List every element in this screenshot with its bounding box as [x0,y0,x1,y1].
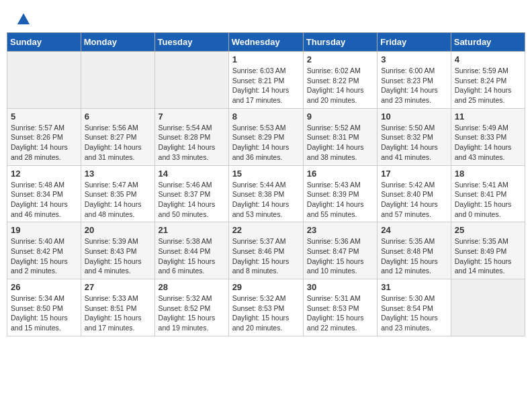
day-info: Sunrise: 5:43 AM Sunset: 8:39 PM Dayligh… [307,180,373,220]
day-info: Sunrise: 5:38 AM Sunset: 8:44 PM Dayligh… [159,236,225,276]
day-number: 31 [381,282,447,292]
day-info: Sunrise: 5:59 AM Sunset: 8:24 PM Dayligh… [455,66,521,105]
weekday-header-wednesday: Wednesday [228,33,303,52]
day-info: Sunrise: 5:34 AM Sunset: 8:50 PM Dayligh… [11,293,77,333]
weekday-header-saturday: Saturday [451,33,525,52]
calendar-week-row: 5Sunrise: 5:57 AM Sunset: 8:26 PM Daylig… [7,108,525,165]
calendar-cell [154,52,228,109]
day-number: 10 [381,111,447,122]
day-number: 17 [381,169,447,179]
day-number: 25 [455,225,521,235]
calendar-cell: 6Sunrise: 5:56 AM Sunset: 8:27 PM Daylig… [81,108,154,165]
calendar-cell: 22Sunrise: 5:37 AM Sunset: 8:46 PM Dayli… [228,222,303,279]
day-number: 8 [232,111,300,122]
calendar-cell: 19Sunrise: 5:40 AM Sunset: 8:42 PM Dayli… [7,222,81,279]
day-number: 18 [455,169,521,179]
calendar-week-row: 26Sunrise: 5:34 AM Sunset: 8:50 PM Dayli… [7,279,525,336]
day-number: 24 [381,225,447,235]
calendar-cell: 29Sunrise: 5:32 AM Sunset: 8:53 PM Dayli… [228,279,303,336]
day-info: Sunrise: 5:50 AM Sunset: 8:32 PM Dayligh… [381,123,447,163]
day-number: 20 [85,225,151,235]
calendar-cell: 16Sunrise: 5:43 AM Sunset: 8:39 PM Dayli… [303,165,377,222]
day-info: Sunrise: 5:41 AM Sunset: 8:41 PM Dayligh… [455,180,521,220]
day-info: Sunrise: 5:33 AM Sunset: 8:51 PM Dayligh… [85,293,151,333]
calendar-cell [81,52,154,109]
calendar-cell: 30Sunrise: 5:31 AM Sunset: 8:53 PM Dayli… [303,279,377,336]
day-info: Sunrise: 5:56 AM Sunset: 8:27 PM Dayligh… [85,123,151,163]
day-number: 15 [232,169,300,179]
calendar-cell: 23Sunrise: 5:36 AM Sunset: 8:47 PM Dayli… [303,222,377,279]
day-number: 5 [11,111,77,122]
day-info: Sunrise: 5:40 AM Sunset: 8:42 PM Dayligh… [11,236,77,276]
calendar-cell: 25Sunrise: 5:35 AM Sunset: 8:49 PM Dayli… [451,222,525,279]
calendar-cell: 7Sunrise: 5:54 AM Sunset: 8:28 PM Daylig… [154,108,228,165]
day-number: 6 [85,111,151,122]
calendar-cell: 11Sunrise: 5:49 AM Sunset: 8:33 PM Dayli… [451,108,525,165]
day-info: Sunrise: 5:31 AM Sunset: 8:53 PM Dayligh… [307,293,373,333]
weekday-header-sunday: Sunday [7,33,81,52]
calendar-cell: 9Sunrise: 5:52 AM Sunset: 8:31 PM Daylig… [303,108,377,165]
day-info: Sunrise: 5:47 AM Sunset: 8:35 PM Dayligh… [85,180,151,220]
weekday-header-thursday: Thursday [303,33,377,52]
calendar-week-row: 1Sunrise: 6:03 AM Sunset: 8:21 PM Daylig… [7,52,525,109]
day-info: Sunrise: 5:57 AM Sunset: 8:26 PM Dayligh… [11,123,77,163]
calendar-cell: 2Sunrise: 6:02 AM Sunset: 8:22 PM Daylig… [303,52,377,109]
day-number: 7 [159,111,225,122]
day-info: Sunrise: 5:39 AM Sunset: 8:43 PM Dayligh… [85,236,151,276]
calendar-cell: 15Sunrise: 5:44 AM Sunset: 8:38 PM Dayli… [228,165,303,222]
day-number: 26 [11,282,77,292]
day-number: 11 [455,111,521,122]
day-info: Sunrise: 5:48 AM Sunset: 8:34 PM Dayligh… [11,180,77,220]
logo [13,12,32,27]
page-header [7,7,525,30]
calendar-cell: 26Sunrise: 5:34 AM Sunset: 8:50 PM Dayli… [7,279,81,336]
calendar-cell: 17Sunrise: 5:42 AM Sunset: 8:40 PM Dayli… [378,165,451,222]
calendar-cell: 24Sunrise: 5:35 AM Sunset: 8:48 PM Dayli… [378,222,451,279]
day-number: 29 [232,282,300,292]
day-info: Sunrise: 5:49 AM Sunset: 8:33 PM Dayligh… [455,123,521,163]
day-info: Sunrise: 5:32 AM Sunset: 8:52 PM Dayligh… [159,293,225,333]
calendar-cell [7,52,81,109]
svg-marker-0 [17,13,30,25]
calendar-cell: 31Sunrise: 5:30 AM Sunset: 8:54 PM Dayli… [378,279,451,336]
day-number: 13 [85,169,151,179]
day-number: 3 [381,54,447,64]
day-info: Sunrise: 5:46 AM Sunset: 8:37 PM Dayligh… [159,180,225,220]
calendar-cell: 20Sunrise: 5:39 AM Sunset: 8:43 PM Dayli… [81,222,154,279]
calendar-cell: 5Sunrise: 5:57 AM Sunset: 8:26 PM Daylig… [7,108,81,165]
calendar-table: SundayMondayTuesdayWednesdayThursdayFrid… [7,32,525,336]
day-number: 19 [11,225,77,235]
calendar-cell: 1Sunrise: 6:03 AM Sunset: 8:21 PM Daylig… [228,52,303,109]
calendar-cell: 27Sunrise: 5:33 AM Sunset: 8:51 PM Dayli… [81,279,154,336]
day-info: Sunrise: 5:54 AM Sunset: 8:28 PM Dayligh… [159,123,225,163]
day-number: 4 [455,54,521,64]
day-number: 30 [307,282,373,292]
day-info: Sunrise: 5:35 AM Sunset: 8:49 PM Dayligh… [455,236,521,276]
day-number: 23 [307,225,373,235]
day-info: Sunrise: 5:52 AM Sunset: 8:31 PM Dayligh… [307,123,373,163]
day-info: Sunrise: 5:35 AM Sunset: 8:48 PM Dayligh… [381,236,447,276]
calendar-cell: 13Sunrise: 5:47 AM Sunset: 8:35 PM Dayli… [81,165,154,222]
calendar-cell: 3Sunrise: 6:00 AM Sunset: 8:23 PM Daylig… [378,52,451,109]
day-info: Sunrise: 6:02 AM Sunset: 8:22 PM Dayligh… [307,66,373,105]
day-number: 9 [307,111,373,122]
weekday-header-friday: Friday [378,33,451,52]
day-number: 14 [159,169,225,179]
calendar-cell: 8Sunrise: 5:53 AM Sunset: 8:29 PM Daylig… [228,108,303,165]
day-info: Sunrise: 5:42 AM Sunset: 8:40 PM Dayligh… [381,180,447,220]
day-number: 28 [159,282,225,292]
day-info: Sunrise: 5:30 AM Sunset: 8:54 PM Dayligh… [381,293,447,333]
day-info: Sunrise: 5:44 AM Sunset: 8:38 PM Dayligh… [232,180,300,220]
day-info: Sunrise: 5:32 AM Sunset: 8:53 PM Dayligh… [232,293,300,333]
calendar-week-row: 19Sunrise: 5:40 AM Sunset: 8:42 PM Dayli… [7,222,525,279]
calendar-cell: 14Sunrise: 5:46 AM Sunset: 8:37 PM Dayli… [154,165,228,222]
calendar-week-row: 12Sunrise: 5:48 AM Sunset: 8:34 PM Dayli… [7,165,525,222]
day-number: 22 [232,225,300,235]
day-info: Sunrise: 6:00 AM Sunset: 8:23 PM Dayligh… [381,66,447,105]
day-number: 2 [307,54,373,64]
calendar-cell: 10Sunrise: 5:50 AM Sunset: 8:32 PM Dayli… [378,108,451,165]
day-number: 1 [232,54,300,64]
weekday-header-row: SundayMondayTuesdayWednesdayThursdayFrid… [7,33,525,52]
logo-icon [16,12,31,27]
day-info: Sunrise: 5:53 AM Sunset: 8:29 PM Dayligh… [232,123,300,163]
